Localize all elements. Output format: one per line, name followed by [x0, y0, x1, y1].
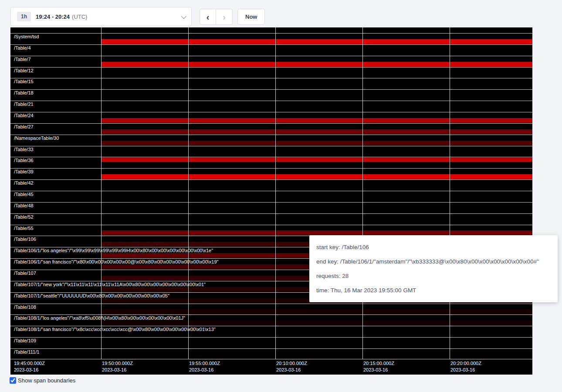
show-span-boundaries-row: Show span boundaries [10, 377, 75, 384]
heat-band[interactable] [101, 230, 532, 235]
row-key-label: /Table/106 [14, 237, 36, 242]
row-key-label: /Table/18 [14, 90, 34, 96]
span-boundary-line [10, 146, 532, 146]
row-key-label: /Table/42 [14, 180, 34, 186]
row-key-label: /Table/107/1/"new york"/"\x11\x11\x11\x1… [14, 282, 206, 287]
span-boundary-line [10, 213, 532, 214]
row-key-label: /NamespaceTable/30 [14, 135, 59, 141]
heat-band[interactable] [101, 118, 532, 123]
span-boundary-line [10, 157, 532, 157]
tooltip-requests: requests: 28 [316, 269, 551, 283]
row-key-label: /Table/27 [14, 124, 34, 130]
tooltip-time: time: Thu, 16 Mar 2023 19:55:00 GMT [316, 283, 551, 297]
span-boundary-line [10, 78, 532, 78]
span-boundary-line [10, 168, 532, 169]
key-visualizer-canvas[interactable]: /System/tsd/Table/4/Table/7/Table/12/Tab… [10, 27, 532, 375]
span-boundary-line [10, 135, 532, 135]
span-boundary-line [10, 191, 532, 191]
time-axis-label: 20:20:00.000Z2023-03-16 [450, 360, 481, 373]
row-key-label: /Table/107/1/"seattle"/"UUUUUUD\x00\x80\… [14, 293, 169, 299]
time-gridline [101, 27, 102, 359]
range-duration-badge: 1h [17, 12, 31, 21]
row-key-label: /Table/45 [14, 192, 34, 197]
row-key-label: /Table/55 [14, 226, 34, 231]
time-nav-group: ‹ › [200, 9, 233, 25]
span-tooltip: start key: /Table/106 end key: /Table/10… [309, 235, 558, 302]
heat-band[interactable] [101, 141, 532, 145]
span-boundary-line [10, 33, 532, 34]
span-boundary-line [10, 67, 532, 68]
heat-band[interactable] [101, 174, 532, 179]
row-key-label: /Table/108 [14, 304, 36, 310]
heat-band[interactable] [101, 39, 532, 44]
time-axis-label: 19:45:00.000Z2023-03-16 [14, 360, 45, 373]
span-boundary-line [10, 337, 532, 338]
next-time-button[interactable]: › [216, 9, 233, 25]
row-key-label: /Table/36 [14, 158, 34, 163]
now-button[interactable]: Now [237, 9, 265, 25]
span-boundary-line [10, 202, 532, 203]
chevron-down-icon [181, 13, 187, 19]
span-boundary-line [10, 314, 532, 315]
span-boundary-line [10, 326, 532, 326]
row-key-label: /Table/7 [14, 57, 31, 62]
row-key-label: /Table/52 [14, 214, 34, 220]
row-key-label: /Table/33 [14, 147, 34, 152]
tooltip-start-key: start key: /Table/106 [316, 240, 551, 254]
tooltip-end-key: end key: /Table/106/1/"amsterdam"/"\xb33… [316, 254, 551, 269]
row-key-label: /System/tsd [14, 34, 39, 40]
time-axis-label: 19:50:00.000Z2023-03-16 [102, 360, 133, 373]
heat-band[interactable] [101, 129, 532, 134]
span-boundary-line [10, 225, 532, 225]
row-key-label: /Table/109 [14, 338, 36, 344]
row-key-label: /Table/21 [14, 101, 34, 107]
heat-band[interactable] [101, 321, 532, 325]
time-gridline [275, 27, 276, 359]
row-key-label: /Table/39 [14, 169, 34, 175]
heat-band[interactable] [101, 62, 532, 67]
time-axis-label: 20:10:00.000Z2023-03-16 [276, 360, 307, 373]
row-key-label: /Table/107 [14, 270, 36, 276]
range-timezone: (UTC) [72, 14, 87, 20]
span-boundary-line [10, 348, 532, 349]
time-axis-label: 20:15:00.000Z2023-03-16 [363, 360, 394, 373]
row-key-label: /Table/4 [14, 45, 31, 51]
row-key-label: /Table/106/1/"los angeles"/"\x99\x99\x99… [14, 248, 213, 253]
key-visualizer-page: 1h 19:24 - 20:24 (UTC) ‹ › Now /System/t… [0, 0, 562, 392]
span-boundary-line [10, 56, 532, 56]
heat-band[interactable] [101, 309, 532, 314]
row-key-label: /Table/108/1/"los angeles"/"\xa8\xf5\u00… [14, 315, 185, 321]
row-key-label: /Table/106/1/"san francisco"/"\x80\x00\x… [14, 259, 219, 265]
span-boundary-line [10, 112, 532, 112]
span-boundary-line [10, 359, 532, 359]
time-gridline [188, 27, 189, 359]
time-range-select[interactable]: 1h 19:24 - 20:24 (UTC) [10, 7, 192, 26]
time-axis-label: 19:55:00.000Z2023-03-16 [189, 360, 220, 373]
show-span-boundaries-checkbox[interactable] [10, 377, 16, 384]
row-key-label: /Table/48 [14, 203, 34, 209]
row-key-label: /Table/111/1 [14, 349, 39, 355]
prev-time-button[interactable]: ‹ [200, 9, 216, 25]
time-gridline [450, 27, 450, 359]
row-key-label: /Table/15 [14, 79, 34, 84]
span-boundary-line [10, 179, 532, 180]
row-key-label: /Table/108/1/"san francisco"/"\x8c\xcc\x… [14, 327, 216, 332]
span-boundary-line [10, 101, 532, 101]
range-text: 19:24 - 20:24 [36, 14, 70, 20]
row-key-label: /Table/24 [14, 113, 34, 118]
row-key-label: /Table/12 [14, 68, 34, 74]
time-gridline [362, 27, 363, 359]
span-boundary-line [10, 44, 532, 45]
heat-band[interactable] [101, 158, 532, 162]
span-boundary-line [10, 89, 532, 90]
show-span-boundaries-label: Show span boundaries [18, 377, 75, 384]
span-boundary-line [10, 123, 532, 124]
span-boundary-line [10, 304, 532, 304]
